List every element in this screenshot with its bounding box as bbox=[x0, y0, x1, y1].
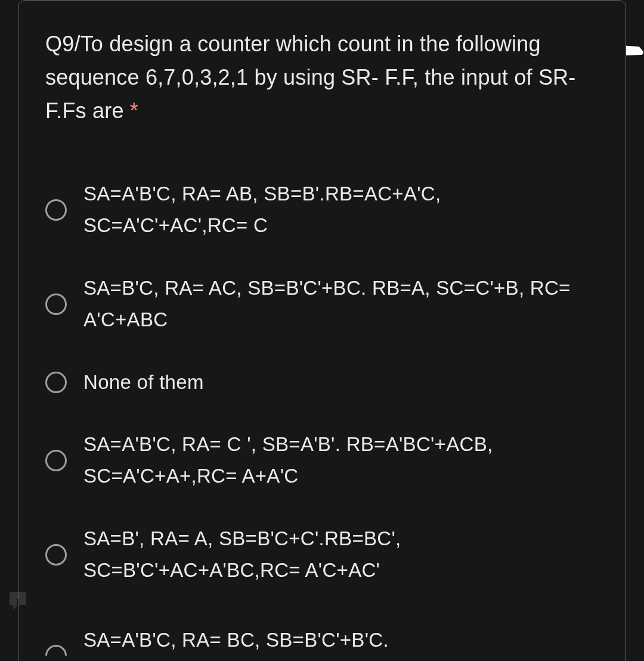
radio-icon[interactable] bbox=[45, 294, 67, 315]
option-row[interactable]: SA=A'B'C, RA= AB, SB=B'.RB=AC+A'C, SC=A'… bbox=[45, 168, 599, 252]
option-label: SA=A'B'C, RA= AB, SB=B'.RB=AC+A'C, SC=A'… bbox=[83, 178, 599, 242]
option-row[interactable]: SA=B', RA= A, SB=B'C+C'.RB=BC', SC=B'C'+… bbox=[45, 512, 599, 597]
question-text: Q9/To design a counter which count in th… bbox=[45, 27, 599, 127]
option-row[interactable]: None of them bbox=[45, 356, 599, 409]
radio-icon[interactable] bbox=[45, 372, 67, 393]
radio-icon[interactable] bbox=[45, 544, 67, 566]
question-body: Q9/To design a counter which count in th… bbox=[45, 32, 576, 123]
options-container: SA=A'B'C, RA= AB, SB=B'.RB=AC+A'C, SC=A'… bbox=[45, 168, 599, 656]
option-label: SA=B'C, RA= AC, SB=B'C'+BC. RB=A, SC=C'+… bbox=[83, 273, 599, 336]
radio-icon[interactable] bbox=[45, 645, 67, 656]
radio-icon[interactable] bbox=[45, 450, 67, 471]
option-label: SA=B', RA= A, SB=B'C+C'.RB=BC', SC=B'C'+… bbox=[83, 523, 599, 586]
radio-icon[interactable] bbox=[45, 199, 67, 221]
question-card: Q9/To design a counter which count in th… bbox=[18, 0, 626, 661]
option-row[interactable]: SA=A'B'C, RA= C ', SB=A'B'. RB=A'BC'+ACB… bbox=[45, 418, 599, 503]
option-row[interactable]: SA=B'C, RA= AC, SB=B'C'+BC. RB=A, SC=C'+… bbox=[45, 262, 599, 347]
required-asterisk: * bbox=[130, 98, 138, 123]
option-label: SA=A'B'C, RA= BC, SB=B'C'+B'C. bbox=[83, 625, 389, 656]
option-row[interactable]: SA=A'B'C, RA= BC, SB=B'C'+B'C. bbox=[45, 607, 599, 656]
option-label: SA=A'B'C, RA= C ', SB=A'B'. RB=A'BC'+ACB… bbox=[83, 429, 599, 492]
option-label: None of them bbox=[83, 367, 204, 399]
